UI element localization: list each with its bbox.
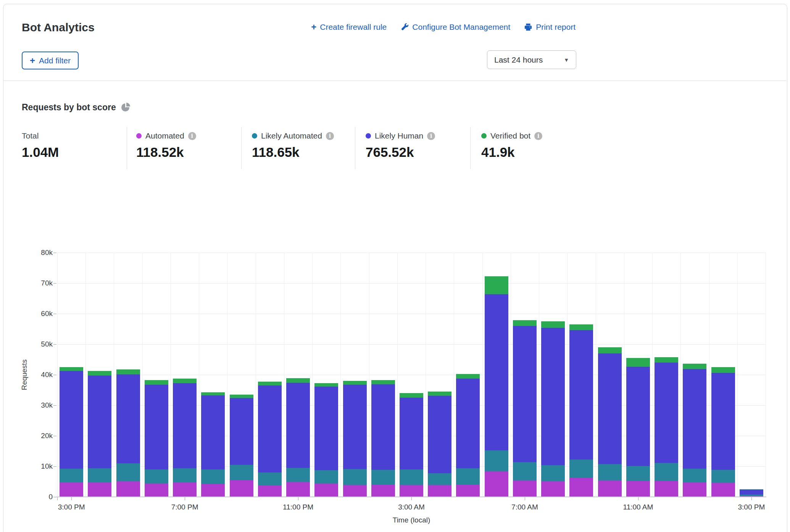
bar-segment-verified-bot[interactable] — [513, 320, 537, 326]
bar-segment-likely-human[interactable] — [655, 363, 678, 463]
bar-segment-verified-bot[interactable] — [598, 347, 622, 353]
bar-segment-likely-automated[interactable] — [116, 463, 140, 481]
bar-segment-verified-bot[interactable] — [343, 381, 367, 385]
bar-segment-automated[interactable] — [655, 481, 678, 497]
print-report-link[interactable]: Print report — [524, 23, 576, 32]
bar-segment-likely-automated[interactable] — [230, 465, 253, 480]
bar-segment-likely-automated[interactable] — [655, 463, 678, 481]
bar-segment-likely-automated[interactable] — [569, 459, 593, 478]
bar-segment-likely-human[interactable] — [541, 328, 565, 465]
bar-segment-automated[interactable] — [343, 485, 367, 497]
bar-segment-automated[interactable] — [145, 484, 168, 497]
bar-segment-verified-bot[interactable] — [286, 378, 310, 383]
bar-segment-automated[interactable] — [116, 481, 140, 497]
bar-segment-likely-human[interactable] — [428, 396, 451, 473]
bar-segment-likely-automated[interactable] — [683, 469, 706, 482]
bar-segment-verified-bot[interactable] — [116, 369, 140, 374]
bar-segment-automated[interactable] — [456, 485, 480, 497]
add-filter-button[interactable]: + Add filter — [22, 52, 79, 69]
bar-segment-likely-automated[interactable] — [286, 468, 310, 482]
info-icon[interactable]: i — [534, 132, 542, 140]
bar-segment-verified-bot[interactable] — [569, 324, 593, 330]
bar-segment-likely-automated[interactable] — [626, 466, 650, 481]
bar-segment-automated[interactable] — [400, 485, 423, 497]
bar-segment-likely-automated[interactable] — [201, 469, 225, 484]
bar-segment-verified-bot[interactable] — [456, 374, 480, 379]
bar-segment-likely-human[interactable] — [286, 383, 310, 468]
bar-segment-verified-bot[interactable] — [88, 371, 111, 375]
bar-segment-likely-human[interactable] — [683, 369, 706, 469]
bar-segment-verified-bot[interactable] — [740, 489, 763, 490]
bar-segment-likely-human[interactable] — [456, 379, 480, 468]
bar-segment-verified-bot[interactable] — [428, 392, 451, 396]
bar-segment-automated[interactable] — [258, 485, 282, 497]
bar-segment-automated[interactable] — [626, 481, 650, 497]
bar-segment-likely-human[interactable] — [485, 294, 508, 450]
bar-segment-verified-bot[interactable] — [371, 380, 395, 384]
bar-segment-likely-human[interactable] — [400, 398, 423, 469]
bar-segment-likely-human[interactable] — [711, 373, 735, 470]
bar-segment-verified-bot[interactable] — [314, 383, 338, 387]
bar-segment-likely-human[interactable] — [145, 385, 168, 469]
bar-segment-automated[interactable] — [485, 471, 508, 497]
bar-segment-likely-automated[interactable] — [371, 470, 395, 485]
bar-segment-likely-automated[interactable] — [343, 469, 367, 485]
bar-segment-verified-bot[interactable] — [400, 393, 423, 398]
bar-segment-automated[interactable] — [569, 478, 593, 497]
bar-segment-likely-human[interactable] — [258, 385, 282, 472]
bar-segment-verified-bot[interactable] — [683, 364, 706, 369]
bar-segment-likely-automated[interactable] — [513, 462, 537, 480]
bar-segment-automated[interactable] — [598, 480, 622, 497]
bar-segment-likely-human[interactable] — [371, 384, 395, 470]
info-icon[interactable]: i — [326, 132, 334, 140]
bar-segment-likely-automated[interactable] — [145, 469, 168, 484]
info-icon[interactable]: i — [427, 132, 435, 140]
bar-segment-likely-automated[interactable] — [258, 472, 282, 485]
bar-segment-likely-automated[interactable] — [428, 473, 451, 485]
bar-segment-automated[interactable] — [88, 482, 111, 497]
bar-segment-verified-bot[interactable] — [60, 367, 83, 371]
configure-bot-management-link[interactable]: Configure Bot Management — [400, 23, 510, 32]
bar-segment-likely-human[interactable] — [513, 326, 537, 462]
bar-segment-automated[interactable] — [286, 482, 310, 497]
bar-segment-automated[interactable] — [541, 481, 565, 497]
bar-segment-likely-human[interactable] — [201, 395, 225, 469]
create-firewall-rule-link[interactable]: + Create firewall rule — [311, 23, 387, 32]
bar-segment-verified-bot[interactable] — [201, 392, 225, 396]
bar-segment-verified-bot[interactable] — [655, 357, 678, 363]
bar-segment-likely-automated[interactable] — [88, 468, 111, 482]
bar-segment-likely-automated[interactable] — [485, 450, 508, 471]
bar-segment-likely-human[interactable] — [60, 371, 83, 469]
bar-segment-verified-bot[interactable] — [711, 367, 735, 373]
bar-segment-verified-bot[interactable] — [173, 379, 197, 383]
bar-segment-verified-bot[interactable] — [541, 321, 565, 328]
bar-segment-likely-automated[interactable] — [740, 495, 763, 496]
bar-segment-likely-human[interactable] — [626, 367, 650, 466]
time-range-dropdown[interactable]: Last 24 hours ▼ — [487, 50, 576, 69]
bar-segment-verified-bot[interactable] — [258, 382, 282, 385]
bar-segment-automated[interactable] — [711, 483, 735, 497]
info-icon[interactable]: i — [188, 132, 196, 140]
bar-segment-likely-automated[interactable] — [173, 468, 197, 482]
bar-segment-automated[interactable] — [201, 484, 225, 497]
bar-segment-automated[interactable] — [314, 484, 338, 497]
bar-segment-likely-human[interactable] — [88, 376, 111, 468]
bar-segment-likely-human[interactable] — [314, 387, 338, 470]
bar-segment-likely-human[interactable] — [343, 385, 367, 469]
bar-segment-likely-human[interactable] — [569, 330, 593, 459]
bar-segment-automated[interactable] — [371, 485, 395, 497]
bar-segment-verified-bot[interactable] — [485, 276, 508, 294]
bar-segment-likely-automated[interactable] — [60, 469, 83, 482]
bar-segment-likely-automated[interactable] — [711, 470, 735, 483]
bar-segment-automated[interactable] — [428, 485, 451, 497]
bar-segment-likely-automated[interactable] — [314, 470, 338, 484]
bar-segment-likely-human[interactable] — [173, 383, 197, 468]
bar-segment-likely-human[interactable] — [740, 490, 763, 495]
bar-segment-verified-bot[interactable] — [626, 358, 650, 367]
bar-segment-verified-bot[interactable] — [230, 395, 253, 398]
bar-segment-verified-bot[interactable] — [145, 380, 168, 385]
bar-segment-automated[interactable] — [173, 482, 197, 497]
bar-segment-likely-human[interactable] — [116, 374, 140, 463]
bar-segment-automated[interactable] — [683, 482, 706, 497]
bar-segment-likely-automated[interactable] — [598, 464, 622, 480]
